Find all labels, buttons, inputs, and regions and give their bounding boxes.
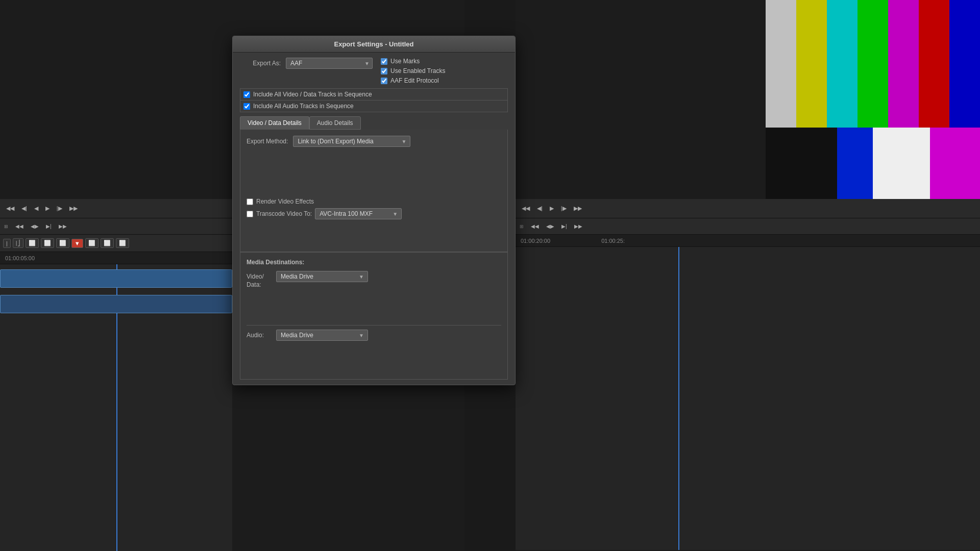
tool-lift[interactable]: ⬜ [26,238,39,248]
r-audio-btn1[interactable]: ◀◀ [529,222,541,230]
r-play-btn[interactable]: ▶ [548,204,556,213]
tool-out[interactable]: |⎦ [13,238,23,248]
tool-bar-left: | |⎦ ⬜ ⬜ ⬜ ▼ ⬜ ⬜ ⬜ [0,235,232,252]
render-video-row: Render Video Effects [247,198,501,205]
use-enabled-tracks-row: Use Enabled Tracks [381,67,445,74]
audio-transport-bar-right: ⊞ ◀◀ ◀▶ ▶| ▶▶ [516,218,980,235]
go-end-btn[interactable]: ▶▶ [67,204,80,213]
include-video-label: Include All Video / Data Tracks in Seque… [253,91,372,98]
export-as-select[interactable]: AAF OMF MXF [286,58,373,69]
include-audio-checkbox[interactable] [243,103,250,110]
preview-dark [766,128,837,199]
r-step-fwd-btn[interactable]: |▶ [559,204,569,213]
playhead-right [678,247,679,550]
tool-extract[interactable]: ⬜ [41,238,54,248]
audio-transport-bar-left: ⊞ ◀◀ ◀▶ ▶| ▶▶ [0,218,232,235]
use-marks-label: Use Marks [390,58,420,65]
export-method-row: Export Method: Link to (Don't Export) Me… [247,136,501,147]
play-btn[interactable]: ▶ [43,204,52,213]
render-video-checkbox[interactable] [247,198,253,205]
tool-slip[interactable]: ⬜ [116,238,129,248]
render-video-label: Render Video Effects [256,198,314,205]
audio-dest-select[interactable]: Media Drive [276,330,368,341]
use-marks-checkbox[interactable] [381,58,387,65]
transcode-video-checkbox[interactable] [247,211,253,217]
export-settings-dialog: Export Settings - Untitled Export As: AA… [232,36,516,385]
clip-block-2[interactable] [0,295,232,313]
aaf-edit-protocol-row: AAF Edit Protocol [381,77,445,84]
include-video-checkbox[interactable] [243,91,250,98]
transcode-select-wrap: AVC-Intra 100 MXF DNxHD MXF IMX MXF ▼ [315,208,402,219]
tab-video-data[interactable]: Video / Data Details [240,116,309,130]
step-fwd-btn[interactable]: |▶ [55,204,64,213]
r-audio-btn2[interactable]: ◀▶ [544,222,556,230]
export-as-label: Export As: [240,60,281,67]
timecode-left-1: 01:00:05:00 [5,255,35,261]
preview-magenta2 [930,128,980,199]
timecode-right-2: 01:00:25: [601,238,625,244]
tool-in[interactable]: | [3,239,11,248]
audio-step-btn1[interactable]: ◀◀ [13,222,26,230]
export-method-label: Export Method: [247,138,288,145]
dest-separator [247,325,501,325]
dialog-title: Export Settings - Untitled [233,36,515,53]
audio-dest-row: Audio: Media Drive ▼ [247,330,501,341]
play-back-btn[interactable]: ◀ [32,204,40,213]
r-go-end-btn[interactable]: ▶▶ [572,204,584,213]
go-start-btn[interactable]: ◀◀ [4,204,16,213]
use-enabled-tracks-label: Use Enabled Tracks [390,67,445,74]
video-dest-spacer [247,293,501,321]
aaf-edit-protocol-checkbox[interactable] [381,78,387,84]
export-method-select[interactable]: Link to (Don't Export) Media Embed Media… [293,136,410,147]
dialog-title-text: Export Settings - Untitled [334,40,414,48]
audio-play-btn[interactable]: ◀▶ [29,222,41,230]
include-audio-label: Include All Audio Tracks in Sequence [253,103,354,110]
aaf-edit-protocol-label: AAF Edit Protocol [390,77,439,84]
step-back-btn[interactable]: ◀| [19,204,29,213]
audio-dest-spacer [247,345,501,373]
timecode-right-1: 01:00:20:00 [521,238,550,244]
media-destinations-title: Media Destinations: [247,259,501,266]
right-panel: ◀◀ ◀| ▶ |▶ ▶▶ ⊞ ◀◀ ◀▶ ▶| ▶▶ 01:00:20:00 … [516,0,980,551]
clip-block-1[interactable] [0,269,232,288]
right-checkboxes: Use Marks Use Enabled Tracks AAF Edit Pr… [381,58,445,84]
audio-go-end-btn[interactable]: ▶▶ [57,222,69,230]
audio-step-btn2[interactable]: ▶| [44,222,54,230]
r-audio-btn4[interactable]: ▶▶ [572,222,584,230]
timecode-ruler-right: 01:00:20:00 01:00:25: [516,235,980,247]
tool-splice[interactable]: ⬜ [56,238,69,248]
transcode-row: Transcode Video To: AVC-Intra 100 MXF DN… [247,208,501,219]
content-spacer [247,152,501,193]
media-destinations-section: Media Destinations: Video/ Data: Media D… [240,252,508,380]
transcode-video-select[interactable]: AVC-Intra 100 MXF DNxHD MXF IMX MXF [315,208,402,219]
r-step-back-btn[interactable]: ◀| [535,204,545,213]
r-audio-btn3[interactable]: ▶| [559,222,569,230]
tab-audio[interactable]: Audio Details [309,116,361,130]
track-area-left [0,264,232,551]
transcode-video-label: Transcode Video To: [256,210,312,217]
use-enabled-tracks-checkbox[interactable] [381,68,387,74]
timecode-ruler-left: 01:00:05:00 [0,252,232,264]
use-marks-row: Use Marks [381,58,445,65]
export-as-select-wrap: AAF OMF MXF ▼ [286,58,373,69]
preview-white [873,128,930,199]
tool-trim[interactable]: ⬜ [85,238,99,248]
video-dest-select[interactable]: Media Drive [276,271,368,282]
tool-extend[interactable]: ⬜ [101,238,114,248]
tool-overwrite[interactable]: ▼ [71,239,83,248]
include-audio-row: Include All Audio Tracks in Sequence [240,101,508,112]
tab-content-panel: Export Method: Link to (Don't Export) Me… [240,130,508,252]
audio-dest-label: Audio: [247,330,272,340]
dialog-body: Export As: AAF OMF MXF ▼ Use Marks [233,53,515,385]
video-dest-label: Video/ Data: [247,271,272,289]
video-dest-row: Video/ Data: Media Drive ▼ [247,271,501,289]
export-as-row: Export As: AAF OMF MXF ▼ [240,58,373,69]
preview-blue [837,128,873,199]
transport-bar-right: ◀◀ ◀| ▶ |▶ ▶▶ [516,199,980,218]
details-tabs: Video / Data Details Audio Details [240,116,508,130]
export-method-select-wrap: Link to (Don't Export) Media Embed Media… [293,136,410,147]
transport-bar-left: ◀◀ ◀| ◀ ▶ |▶ ▶▶ [0,199,232,218]
r-go-start-btn[interactable]: ◀◀ [520,204,532,213]
track-area-right [516,247,980,550]
video-dest-select-wrap: Media Drive ▼ [276,271,368,282]
